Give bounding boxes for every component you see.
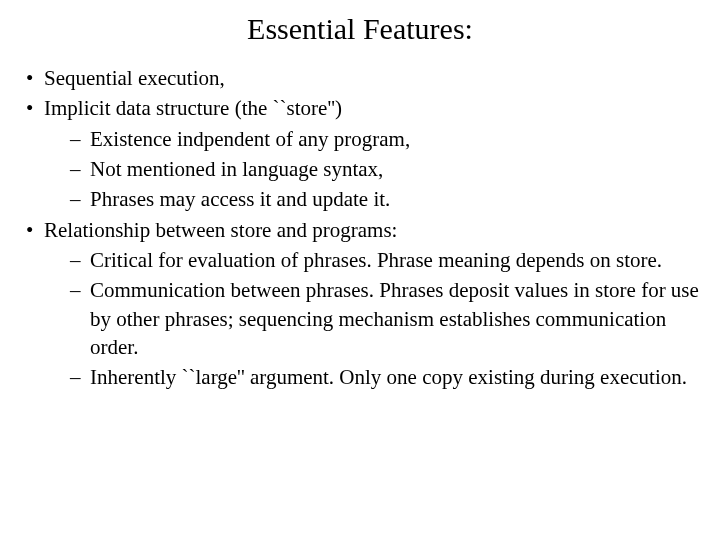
- slide: Essential Features: Sequential execution…: [0, 12, 720, 540]
- bullet-list: Sequential execution, Implicit data stru…: [12, 64, 708, 392]
- slide-title: Essential Features:: [0, 12, 720, 46]
- list-item: Sequential execution,: [22, 64, 708, 92]
- sub-bullet-list: Critical for evaluation of phrases. Phra…: [44, 246, 708, 392]
- bullet-text: Existence indpendent of any program,: [90, 127, 410, 151]
- list-item: Not mentioned in language syntax,: [68, 155, 708, 183]
- list-item: Existence indpendent of any program,: [68, 125, 708, 153]
- list-item: Phrases may access it and update it.: [68, 185, 708, 213]
- list-item: Relationship between store and programs:…: [22, 216, 708, 392]
- sub-bullet-list: Existence indpendent of any program, Not…: [44, 125, 708, 214]
- bullet-text: Critical for evaluation of phrases. Phra…: [90, 248, 662, 272]
- bullet-text: Sequential execution,: [44, 66, 225, 90]
- list-item: Critical for evaluation of phrases. Phra…: [68, 246, 708, 274]
- bullet-text: Communication between phrases. Phrases d…: [90, 278, 699, 359]
- list-item: Inherently ``large'' argument. Only one …: [68, 363, 708, 391]
- bullet-text: Implicit data structure (the ``store''): [44, 96, 342, 120]
- bullet-text: Phrases may access it and update it.: [90, 187, 390, 211]
- bullet-text: Not mentioned in language syntax,: [90, 157, 383, 181]
- list-item: Implicit data structure (the ``store'') …: [22, 94, 708, 213]
- list-item: Communication between phrases. Phrases d…: [68, 276, 708, 361]
- bullet-text: Inherently ``large'' argument. Only one …: [90, 365, 687, 389]
- slide-body: Sequential execution, Implicit data stru…: [0, 64, 720, 392]
- bullet-text: Relationship between store and programs:: [44, 218, 397, 242]
